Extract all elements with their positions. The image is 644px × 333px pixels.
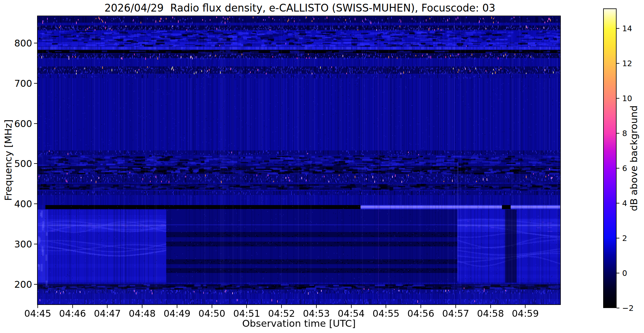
x-tick-mark [212,304,212,308]
spectrogram-heatmap [38,16,560,304]
colorbar-tick-label: 4 [622,198,627,208]
x-tick-mark [455,304,456,308]
figure: 2026/04/29 Radio flux density, e-CALLIST… [0,0,644,333]
y-tick-mark [34,123,38,124]
y-tick-mark [34,203,38,204]
colorbar-tick-label: 14 [622,24,632,33]
colorbar-tick-label: 12 [622,59,632,68]
colorbar-tick-mark [617,63,619,64]
colorbar-tick-mark [617,98,619,99]
x-tick-mark [421,304,421,308]
x-tick-label: 04:53 [303,308,330,319]
x-tick-label: 04:50 [198,308,225,319]
x-tick-mark [37,304,38,308]
y-tick-label: 300 [1,238,32,249]
x-tick-label: 04:58 [477,308,504,319]
y-tick-mark [34,163,38,164]
x-tick-mark [525,304,526,308]
x-tick-label: 04:52 [268,308,295,319]
colorbar-tick-mark [617,308,619,308]
colorbar-tick-label: 0 [622,268,627,277]
x-tick-label: 04:45 [24,308,51,319]
colorbar-tick-mark [617,238,619,238]
x-tick-mark [386,304,386,308]
colorbar-tick-mark [617,133,619,134]
colorbar-tick-mark [617,203,619,203]
colorbar-tick-mark [617,168,619,169]
colorbar-tick-mark [617,273,619,273]
x-axis-label: Observation time [UTC] [242,318,356,329]
colorbar [603,8,617,308]
x-tick-mark [107,304,108,308]
x-tick-label: 04:48 [129,308,156,319]
y-tick-mark [34,244,38,244]
x-tick-label: 04:56 [407,308,434,319]
x-tick-label: 04:59 [512,308,539,319]
colorbar-label: dB above background [628,105,639,211]
x-tick-label: 04:46 [59,308,86,319]
chart-title: 2026/04/29 Radio flux density, e-CALLIST… [104,2,495,14]
colorbar-tick-label: 2 [622,233,627,242]
x-tick-mark [246,304,247,308]
colorbar-tick-label: 8 [622,129,627,138]
x-tick-mark [142,304,142,308]
x-tick-mark [281,304,282,308]
x-tick-label: 04:47 [94,308,121,319]
x-tick-label: 04:51 [233,308,260,319]
y-tick-label: 700 [1,78,32,89]
colorbar-tick-label: 10 [622,94,632,103]
y-tick-mark [34,83,38,84]
colorbar-tick-label: 6 [622,164,627,173]
x-tick-label: 04:54 [338,308,364,319]
y-tick-label: 800 [1,38,32,49]
colorbar-tick-mark [617,28,619,29]
y-tick-mark [34,43,38,43]
y-tick-label: 200 [1,279,32,290]
y-tick-mark [34,284,38,285]
x-tick-mark [72,304,73,308]
x-tick-label: 04:49 [164,308,190,319]
colorbar-tick-label: −2 [622,304,634,313]
x-tick-mark [316,304,317,308]
x-tick-mark [177,304,177,308]
x-tick-mark [351,304,352,308]
y-axis-label: Frequency [MHz] [2,120,14,201]
x-tick-label: 04:57 [442,308,469,319]
x-tick-mark [490,304,491,308]
x-tick-label: 04:55 [372,308,399,319]
